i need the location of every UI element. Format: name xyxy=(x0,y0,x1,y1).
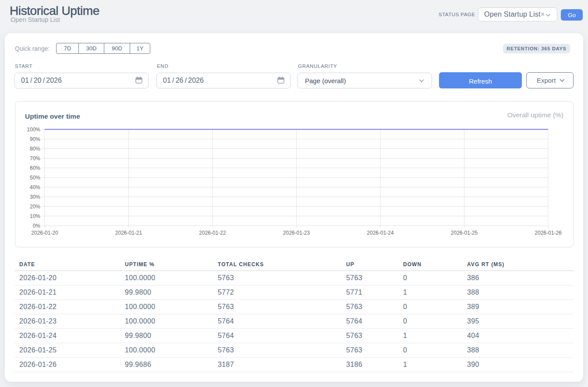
svg-text:2026-01-24: 2026-01-24 xyxy=(367,230,394,236)
svg-text:50%: 50% xyxy=(30,175,40,181)
svg-text:90%: 90% xyxy=(30,136,40,142)
svg-text:100%: 100% xyxy=(27,127,40,133)
svg-text:40%: 40% xyxy=(30,184,40,190)
svg-text:80%: 80% xyxy=(30,146,40,152)
svg-text:70%: 70% xyxy=(30,155,40,162)
svg-text:2026-01-20: 2026-01-20 xyxy=(31,230,58,236)
svg-text:0%: 0% xyxy=(33,223,41,229)
svg-text:2026-01-21: 2026-01-21 xyxy=(115,230,142,236)
svg-text:60%: 60% xyxy=(30,165,40,171)
svg-text:20%: 20% xyxy=(30,204,40,210)
svg-text:10%: 10% xyxy=(30,213,40,219)
svg-text:2026-01-25: 2026-01-25 xyxy=(451,230,478,236)
svg-text:2026-01-26: 2026-01-26 xyxy=(535,230,562,236)
svg-text:2026-01-22: 2026-01-22 xyxy=(199,230,226,236)
svg-text:2026-01-23: 2026-01-23 xyxy=(283,230,310,236)
svg-text:30%: 30% xyxy=(30,194,40,200)
